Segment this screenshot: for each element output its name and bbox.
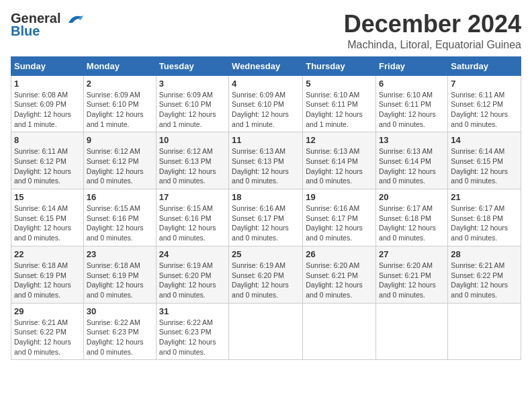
day-number: 25 (232, 249, 300, 259)
day-info: Sunrise: 6:10 AM Sunset: 6:11 PM Dayligh… (306, 90, 373, 130)
calendar-cell: 21 Sunrise: 6:17 AM Sunset: 6:18 PM Dayl… (448, 189, 521, 246)
day-number: 19 (306, 192, 373, 202)
calendar-cell: 11 Sunrise: 6:13 AM Sunset: 6:13 PM Dayl… (229, 132, 303, 189)
calendar-cell (376, 303, 448, 360)
calendar-cell (448, 303, 521, 360)
calendar-header-friday: Friday (376, 56, 448, 75)
calendar-header-tuesday: Tuesday (156, 56, 228, 75)
day-number: 28 (451, 249, 518, 259)
day-info: Sunrise: 6:15 AM Sunset: 6:16 PM Dayligh… (87, 203, 153, 243)
day-info: Sunrise: 6:17 AM Sunset: 6:18 PM Dayligh… (379, 203, 445, 243)
day-number: 27 (379, 249, 445, 259)
calendar-header-wednesday: Wednesday (229, 56, 303, 75)
calendar-week-row: 15 Sunrise: 6:14 AM Sunset: 6:15 PM Dayl… (11, 189, 521, 246)
day-number: 23 (87, 249, 153, 259)
day-info: Sunrise: 6:13 AM Sunset: 6:14 PM Dayligh… (306, 146, 373, 186)
day-info: Sunrise: 6:22 AM Sunset: 6:23 PM Dayligh… (87, 318, 153, 357)
day-number: 30 (87, 306, 153, 316)
day-info: Sunrise: 6:20 AM Sunset: 6:21 PM Dayligh… (379, 261, 445, 300)
day-info: Sunrise: 6:19 AM Sunset: 6:20 PM Dayligh… (232, 261, 300, 300)
day-info: Sunrise: 6:13 AM Sunset: 6:13 PM Dayligh… (232, 146, 300, 186)
calendar-cell: 23 Sunrise: 6:18 AM Sunset: 6:19 PM Dayl… (83, 246, 156, 303)
day-info: Sunrise: 6:14 AM Sunset: 6:15 PM Dayligh… (451, 146, 518, 186)
calendar-cell: 15 Sunrise: 6:14 AM Sunset: 6:15 PM Dayl… (11, 189, 84, 246)
day-number: 24 (159, 249, 226, 259)
day-number: 13 (379, 135, 445, 145)
calendar-cell: 25 Sunrise: 6:19 AM Sunset: 6:20 PM Dayl… (229, 246, 303, 303)
calendar-table: SundayMondayTuesdayWednesdayThursdayFrid… (11, 56, 521, 361)
calendar-cell: 30 Sunrise: 6:22 AM Sunset: 6:23 PM Dayl… (83, 303, 156, 360)
location-title: Machinda, Litoral, Equatorial Guinea (344, 39, 521, 51)
calendar-cell: 4 Sunrise: 6:09 AM Sunset: 6:10 PM Dayli… (229, 75, 303, 132)
logo-bird-icon (66, 13, 85, 26)
calendar-week-row: 22 Sunrise: 6:18 AM Sunset: 6:19 PM Dayl… (11, 246, 521, 303)
day-number: 16 (87, 192, 153, 202)
day-info: Sunrise: 6:08 AM Sunset: 6:09 PM Dayligh… (14, 90, 81, 130)
day-number: 5 (306, 79, 373, 89)
day-number: 7 (451, 79, 518, 89)
day-info: Sunrise: 6:22 AM Sunset: 6:23 PM Dayligh… (159, 318, 226, 357)
calendar-week-row: 1 Sunrise: 6:08 AM Sunset: 6:09 PM Dayli… (11, 75, 521, 132)
day-info: Sunrise: 6:09 AM Sunset: 6:10 PM Dayligh… (159, 90, 226, 130)
calendar-cell: 19 Sunrise: 6:16 AM Sunset: 6:17 PM Dayl… (303, 189, 376, 246)
day-info: Sunrise: 6:10 AM Sunset: 6:11 PM Dayligh… (379, 90, 445, 130)
calendar-cell: 6 Sunrise: 6:10 AM Sunset: 6:11 PM Dayli… (376, 75, 448, 132)
day-info: Sunrise: 6:21 AM Sunset: 6:22 PM Dayligh… (14, 318, 81, 357)
calendar-cell: 1 Sunrise: 6:08 AM Sunset: 6:09 PM Dayli… (11, 75, 84, 132)
day-number: 6 (379, 79, 445, 89)
calendar-cell: 13 Sunrise: 6:13 AM Sunset: 6:14 PM Dayl… (376, 132, 448, 189)
calendar-cell: 12 Sunrise: 6:13 AM Sunset: 6:14 PM Dayl… (303, 132, 376, 189)
calendar-cell: 10 Sunrise: 6:12 AM Sunset: 6:13 PM Dayl… (156, 132, 228, 189)
calendar-cell: 26 Sunrise: 6:20 AM Sunset: 6:21 PM Dayl… (303, 246, 376, 303)
day-number: 4 (232, 79, 300, 89)
day-number: 9 (87, 135, 153, 145)
month-title: December 2024 (344, 11, 521, 38)
calendar-cell: 14 Sunrise: 6:14 AM Sunset: 6:15 PM Dayl… (448, 132, 521, 189)
calendar-cell: 9 Sunrise: 6:12 AM Sunset: 6:12 PM Dayli… (83, 132, 156, 189)
day-info: Sunrise: 6:17 AM Sunset: 6:18 PM Dayligh… (451, 203, 518, 243)
calendar-cell: 7 Sunrise: 6:11 AM Sunset: 6:12 PM Dayli… (448, 75, 521, 132)
day-info: Sunrise: 6:18 AM Sunset: 6:19 PM Dayligh… (14, 261, 81, 300)
calendar-cell (303, 303, 376, 360)
day-number: 31 (159, 306, 226, 316)
calendar-cell: 2 Sunrise: 6:09 AM Sunset: 6:10 PM Dayli… (83, 75, 156, 132)
day-info: Sunrise: 6:15 AM Sunset: 6:16 PM Dayligh… (159, 203, 226, 243)
calendar-cell: 20 Sunrise: 6:17 AM Sunset: 6:18 PM Dayl… (376, 189, 448, 246)
logo: General Blue (11, 11, 85, 39)
calendar-cell: 28 Sunrise: 6:21 AM Sunset: 6:22 PM Dayl… (448, 246, 521, 303)
day-number: 26 (306, 249, 373, 259)
day-info: Sunrise: 6:12 AM Sunset: 6:12 PM Dayligh… (87, 146, 153, 186)
calendar-header-sunday: Sunday (11, 56, 84, 75)
day-number: 29 (14, 306, 81, 316)
day-number: 21 (451, 192, 518, 202)
calendar-cell: 24 Sunrise: 6:19 AM Sunset: 6:20 PM Dayl… (156, 246, 228, 303)
day-info: Sunrise: 6:09 AM Sunset: 6:10 PM Dayligh… (232, 90, 300, 130)
logo-subtext: Blue (11, 24, 40, 39)
page-header: General Blue December 2024 Machinda, Lit… (11, 11, 521, 51)
day-info: Sunrise: 6:12 AM Sunset: 6:13 PM Dayligh… (159, 146, 226, 186)
calendar-week-row: 8 Sunrise: 6:11 AM Sunset: 6:12 PM Dayli… (11, 132, 521, 189)
calendar-header-thursday: Thursday (303, 56, 376, 75)
calendar-cell: 18 Sunrise: 6:16 AM Sunset: 6:17 PM Dayl… (229, 189, 303, 246)
calendar-cell: 5 Sunrise: 6:10 AM Sunset: 6:11 PM Dayli… (303, 75, 376, 132)
day-number: 20 (379, 192, 445, 202)
title-area: December 2024 Machinda, Litoral, Equator… (344, 11, 521, 51)
day-info: Sunrise: 6:13 AM Sunset: 6:14 PM Dayligh… (379, 146, 445, 186)
day-info: Sunrise: 6:09 AM Sunset: 6:10 PM Dayligh… (87, 90, 153, 130)
day-number: 10 (159, 135, 226, 145)
calendar-header-monday: Monday (83, 56, 156, 75)
day-number: 14 (451, 135, 518, 145)
day-info: Sunrise: 6:19 AM Sunset: 6:20 PM Dayligh… (159, 261, 226, 300)
day-info: Sunrise: 6:16 AM Sunset: 6:17 PM Dayligh… (232, 203, 300, 243)
calendar-cell: 8 Sunrise: 6:11 AM Sunset: 6:12 PM Dayli… (11, 132, 84, 189)
day-number: 22 (14, 249, 81, 259)
calendar-cell: 29 Sunrise: 6:21 AM Sunset: 6:22 PM Dayl… (11, 303, 84, 360)
day-number: 15 (14, 192, 81, 202)
calendar-cell: 31 Sunrise: 6:22 AM Sunset: 6:23 PM Dayl… (156, 303, 228, 360)
day-number: 17 (159, 192, 226, 202)
calendar-cell: 17 Sunrise: 6:15 AM Sunset: 6:16 PM Dayl… (156, 189, 228, 246)
day-info: Sunrise: 6:16 AM Sunset: 6:17 PM Dayligh… (306, 203, 373, 243)
day-number: 2 (87, 79, 153, 89)
day-info: Sunrise: 6:11 AM Sunset: 6:12 PM Dayligh… (14, 146, 81, 186)
calendar-header-row: SundayMondayTuesdayWednesdayThursdayFrid… (11, 56, 521, 75)
